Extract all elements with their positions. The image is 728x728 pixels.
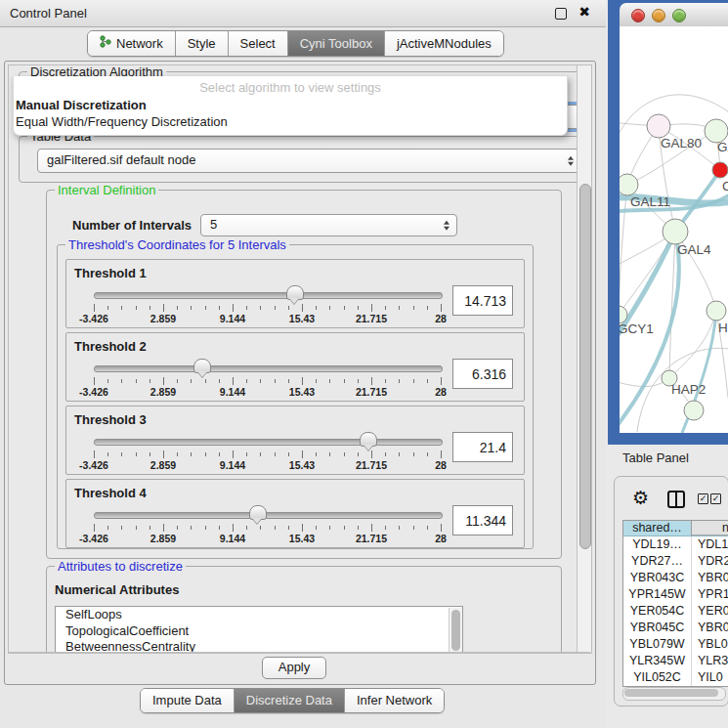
scrollbar-thumb[interactable] — [624, 689, 718, 697]
list-scrollbar[interactable] — [449, 608, 462, 654]
top-tab-strip: Network Style Select Cyni Toolbox jActiv… — [87, 30, 504, 57]
threshold-value-field[interactable]: 11.344 — [452, 505, 513, 535]
network-node[interactable] — [707, 301, 726, 321]
close-icon[interactable]: ✖ — [578, 4, 590, 20]
table-cell: YBR0 — [692, 620, 728, 636]
network-node[interactable] — [712, 162, 728, 178]
tick-label: 15.43 — [289, 533, 315, 544]
tab-select[interactable]: Select — [228, 31, 287, 56]
table-row[interactable]: YDR27…YDR2 — [623, 553, 728, 570]
checkbox-icon[interactable]: ✓ — [698, 493, 708, 504]
slider-thumb[interactable] — [286, 285, 304, 300]
slider-tick-labels: -3.4262.8599.14415.4321.71528 — [94, 386, 441, 398]
table-row[interactable]: YBR045CYBR0 — [623, 620, 728, 636]
threshold-value-field[interactable]: 21.4 — [452, 432, 513, 462]
numerical-attributes-label: Numerical Attributes — [55, 582, 179, 597]
scrollbar-thumb[interactable] — [579, 184, 591, 549]
table-row[interactable]: YDL19…YDL1 — [623, 536, 728, 553]
table-header-cell[interactable]: n — [692, 521, 728, 535]
table-header-row: shared…n — [623, 521, 728, 536]
mac-close-button[interactable] — [631, 9, 645, 22]
table-row[interactable]: YBL079WYBL0 — [623, 636, 728, 653]
network-node[interactable] — [663, 219, 688, 244]
slider-thumb[interactable] — [249, 505, 267, 520]
threshold-panel: Threshold 1-3.4262.8599.14415.4321.71528… — [65, 259, 525, 328]
attribute-list-item[interactable]: SelfLoops — [56, 607, 462, 623]
table-cell: YIL0 — [692, 669, 728, 686]
dropdown-item-manual-discretization[interactable]: Manual Discretization — [16, 98, 147, 112]
tab-discretize-data[interactable]: Discretize Data — [234, 689, 344, 712]
slider-track[interactable] — [94, 512, 443, 519]
tab-style[interactable]: Style — [175, 31, 228, 56]
panel-scrollbar[interactable] — [577, 65, 592, 653]
network-node-label: GCY1 — [620, 321, 654, 336]
tick-label: 28 — [435, 459, 447, 471]
tick-label: 28 — [435, 313, 447, 324]
network-node-label: GAL4 — [677, 242, 711, 257]
slider-track[interactable] — [94, 365, 443, 372]
table-cell: YBL079W — [623, 636, 692, 653]
slider-track[interactable] — [94, 439, 443, 446]
checkbox-icon[interactable]: ✓ — [710, 493, 721, 504]
tab-jactivemnodules[interactable]: jActiveMNodules — [384, 31, 503, 56]
list-items: SelfLoopsTopologicalCoefficientBetweenne… — [56, 607, 462, 654]
mac-zoom-button[interactable] — [672, 9, 686, 22]
network-edge — [669, 311, 716, 378]
table-cell: YER0 — [692, 603, 728, 620]
network-graph: GAL80GACGAL11GAL4HGCY1HAP2 — [620, 26, 728, 433]
network-window-titlebar — [620, 3, 728, 27]
tick-label: 21.715 — [356, 313, 387, 324]
float-window-icon[interactable] — [555, 8, 567, 20]
threshold-value-field[interactable]: 14.713 — [452, 285, 513, 316]
network-node-label: GAL80 — [661, 136, 702, 150]
table-row[interactable]: YIL052CYIL0 — [623, 669, 728, 686]
tick-label: -3.426 — [79, 533, 108, 544]
tab-impute-data[interactable]: Impute Data — [141, 689, 234, 712]
threshold-value-field[interactable]: 6.316 — [452, 359, 513, 389]
table-panel-window: ⚙ ✓ ✓ shared…n YDL19…YDL1YDR27…YDR2YBR04… — [614, 476, 728, 707]
table-cell: YBR0 — [692, 570, 728, 586]
table-row[interactable]: YER054CYER0 — [623, 603, 728, 620]
gear-icon[interactable]: ⚙ — [632, 489, 649, 507]
network-node[interactable] — [684, 401, 704, 420]
table-row[interactable]: YPR145WYPR1 — [623, 586, 728, 603]
table-cell: YBR045C — [623, 620, 692, 636]
tab-cyni-toolbox[interactable]: Cyni Toolbox — [287, 31, 384, 56]
column-view-icon[interactable] — [667, 491, 685, 508]
tick-label: 2.859 — [150, 533, 176, 544]
table-cell: YBR043C — [623, 570, 692, 586]
tab-label: Impute Data — [152, 693, 222, 707]
scrollbar-thumb[interactable] — [451, 610, 460, 651]
table-horizontal-scrollbar[interactable] — [622, 687, 726, 701]
tick-label: 9.144 — [220, 459, 245, 471]
table-header-cell[interactable]: shared… — [623, 521, 692, 535]
number-of-intervals-combo[interactable]: 5 — [200, 214, 457, 236]
apply-button[interactable]: Apply — [262, 657, 326, 679]
tick-label: 28 — [435, 533, 447, 544]
slider-ticks — [94, 450, 441, 459]
table-data-combo[interactable]: galFiltered.sif default node — [37, 149, 581, 173]
table-panel-title: Table Panel — [622, 450, 689, 465]
tab-network[interactable]: Network — [88, 31, 175, 56]
network-canvas[interactable]: GAL80GACGAL11GAL4HGCY1HAP2 — [620, 26, 728, 433]
table-row[interactable]: YLR345WYLR3 — [623, 653, 728, 669]
attribute-list-item[interactable]: TopologicalCoefficient — [56, 623, 462, 640]
cyni-panel: Discretization Algorithm Select algorith… — [4, 61, 596, 685]
dropdown-hint: Select algorithm to view settings — [14, 80, 567, 95]
number-of-intervals-label: Number of Intervals — [72, 218, 192, 233]
dropdown-item-equal-width-frequency[interactable]: Equal Width/Frequency Discretization — [16, 114, 228, 129]
table-cell: YIL052C — [623, 669, 692, 686]
threshold-title: Threshold 2 — [74, 339, 147, 354]
network-node[interactable] — [647, 114, 670, 138]
spinner-icon — [444, 220, 450, 231]
mac-minimize-button[interactable] — [652, 9, 665, 22]
slider-track[interactable] — [94, 292, 443, 299]
network-node[interactable] — [620, 174, 638, 195]
table-cell: YPR1 — [692, 586, 728, 603]
slider-thumb[interactable] — [360, 432, 377, 447]
slider-thumb[interactable] — [193, 359, 211, 373]
table-row[interactable]: YBR043CYBR0 — [623, 570, 728, 586]
tab-infer-network[interactable]: Infer Network — [344, 689, 444, 712]
network-tab-icon — [100, 35, 111, 51]
tab-label: Discretize Data — [246, 693, 332, 707]
